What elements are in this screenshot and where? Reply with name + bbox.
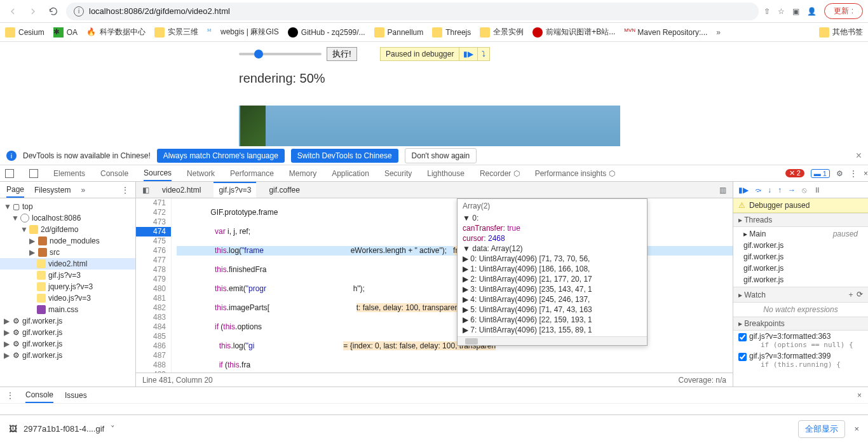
tab-security[interactable]: Security	[384, 169, 412, 178]
refresh-watch-icon[interactable]: ⟳	[857, 290, 863, 299]
bp-checkbox[interactable]	[738, 353, 747, 361]
close-devtools-icon[interactable]: ×	[864, 169, 868, 178]
tree-host[interactable]: ▼ localhost:8086	[0, 212, 135, 224]
bookmark-pannellum[interactable]: Pannellum	[374, 27, 424, 38]
value-popover[interactable]: Array(2) ▼ 0: canTransfer: true cursor: …	[457, 198, 648, 346]
line-gutter[interactable]: 471472473 474 47547647747847948048148248…	[136, 198, 172, 373]
drawer-more-icon[interactable]: ⋮	[6, 391, 14, 400]
update-button[interactable]: 更新 :	[824, 3, 863, 19]
switch-chinese-button[interactable]: Switch DevTools to Chinese	[291, 149, 398, 163]
tab-recorder[interactable]: Recorder ⬡	[480, 169, 520, 178]
tree-folder[interactable]: ▼ 2d/gifdemo	[0, 224, 135, 235]
tree-file-gif[interactable]: gif.js?v=3	[0, 270, 135, 281]
bp-checkbox[interactable]	[738, 333, 747, 341]
tree-worker[interactable]: ▶⚙ gif.worker.js	[0, 350, 135, 361]
thread-worker[interactable]: gif.worker.js	[733, 263, 868, 274]
file-tab-coffee[interactable]: gif.coffee	[269, 186, 299, 195]
back-button[interactable]	[5, 4, 20, 19]
file-tab-gif[interactable]: gif.js?v=3	[214, 182, 256, 198]
bookmark-github[interactable]: GitHub - zq2599/...	[288, 27, 365, 38]
tab-console[interactable]: Console	[100, 169, 128, 178]
bookmark-frontend[interactable]: 前端知识图谱+B站...	[532, 27, 615, 38]
add-watch-icon[interactable]: ＋	[847, 290, 855, 299]
info-badge[interactable]: ▬ 1	[811, 169, 830, 178]
file-nav-icon[interactable]: ◧	[142, 186, 149, 195]
bookmark-star-icon[interactable]: ☆	[778, 7, 785, 16]
tree-worker[interactable]: ▶⚙ gif.worker.js	[0, 315, 135, 327]
step-over-button[interactable]: ⤼	[755, 186, 761, 195]
drawer-console-tab[interactable]: Console	[25, 390, 53, 403]
thread-worker[interactable]: gif.worker.js	[733, 251, 868, 263]
bookmark-oa[interactable]: ✱OA	[53, 27, 78, 38]
breakpoint-item[interactable]: gif.js?v=3:formatted:363if (options == n…	[733, 331, 868, 350]
tab-memory[interactable]: Memory	[289, 169, 316, 178]
code-editor[interactable]: 471472473 474 47547647747847948048148248…	[136, 198, 733, 373]
show-all-downloads-button[interactable]: 全部显示	[798, 420, 845, 438]
bookmarks-overflow-icon[interactable]: »	[716, 28, 721, 37]
drawer-issues-tab[interactable]: Issues	[65, 391, 87, 400]
filesystem-tab[interactable]: Filesystem	[34, 186, 71, 195]
bookmark-cesium[interactable]: Cesium	[5, 27, 44, 38]
site-info-icon[interactable]: i	[74, 6, 84, 17]
step-into-button[interactable]: ↓	[768, 186, 771, 195]
tab-perf-insights[interactable]: Performance insights ⬡	[535, 169, 615, 178]
extensions-icon[interactable]: ▣	[792, 7, 799, 16]
thread-worker[interactable]: gif.worker.js	[733, 240, 868, 251]
address-bar[interactable]: i localhost:8086/2d/gifdemo/video2.html	[66, 3, 759, 20]
step-button[interactable]: →	[788, 186, 796, 195]
bookmark-webgis[interactable]: ᴹwebgis | 麻辣GIS	[207, 27, 279, 38]
device-icon[interactable]	[29, 169, 38, 178]
always-match-button[interactable]: Always match Chrome's language	[157, 149, 285, 163]
bookmark-panorama[interactable]: 全景实例	[480, 27, 524, 38]
bookmark-threejs[interactable]: Threejs	[432, 27, 471, 38]
tab-performance[interactable]: Performance	[230, 169, 274, 178]
execute-button[interactable]: 执行!	[327, 47, 357, 61]
download-filename[interactable]: 2977a1b1-f081-4....gif	[24, 424, 104, 434]
tree-file-video2[interactable]: video2.html	[0, 258, 135, 270]
tree-src[interactable]: ▶ src	[0, 247, 135, 258]
resume-icon[interactable]: ▮▶	[459, 48, 477, 60]
tree-worker[interactable]: ▶⚙ gif.worker.js	[0, 327, 135, 338]
thread-worker[interactable]: gif.worker.js	[733, 274, 868, 285]
bookmark-3d[interactable]: 实景三维	[154, 27, 198, 38]
step-out-button[interactable]: ↑	[778, 186, 782, 195]
editor-more-icon[interactable]: ▥	[719, 186, 726, 195]
tab-elements[interactable]: Elements	[53, 169, 85, 178]
resume-button[interactable]: ▮▶	[738, 186, 749, 195]
tree-file-video[interactable]: video.js?v=3	[0, 292, 135, 304]
threads-header[interactable]: ▸ Threads	[733, 213, 868, 227]
dont-show-button[interactable]: Don't show again	[405, 148, 477, 163]
tree-file-jquery[interactable]: jquery.js?v=3	[0, 281, 135, 292]
thread-main[interactable]: ▸ Mainpaused	[733, 228, 868, 240]
share-icon[interactable]: ⇧	[764, 7, 770, 16]
error-badge[interactable]: ✕ 2	[785, 169, 804, 177]
code-content[interactable]: GIF.prototype.frame var i, j, ref; this.…	[172, 198, 733, 373]
breakpoint-item[interactable]: gif.js?v=3:formatted:399if (this.running…	[733, 350, 868, 370]
pause-exceptions-button[interactable]: ⏸	[813, 186, 821, 195]
tab-lighthouse[interactable]: Lighthouse	[427, 169, 465, 178]
page-tab[interactable]: Page	[6, 185, 24, 198]
tree-file-css[interactable]: main.css	[0, 304, 135, 315]
progress-slider[interactable]	[239, 53, 322, 55]
settings-icon[interactable]: ⚙	[836, 169, 843, 178]
bookmark-maven[interactable]: MVNMaven Repository:...	[624, 27, 707, 38]
bookmark-other[interactable]: 其他书签	[819, 27, 863, 38]
navigator-more-icon[interactable]: ⋮	[121, 186, 129, 195]
more-icon[interactable]: ⋮	[850, 169, 857, 178]
step-icon[interactable]: ⤵	[477, 48, 489, 60]
inspect-icon[interactable]	[5, 169, 14, 178]
close-download-bar-icon[interactable]: ×	[854, 424, 859, 434]
tree-worker[interactable]: ▶⚙ gif.worker.js	[0, 338, 135, 350]
forward-button[interactable]	[25, 4, 41, 19]
tree-node-modules[interactable]: ▶ node_modules	[0, 235, 135, 247]
tab-sources[interactable]: Sources	[144, 168, 172, 181]
tree-top[interactable]: ▼▢ top	[0, 201, 135, 212]
watch-header[interactable]: ▸ Watch＋ ⟳	[733, 287, 868, 303]
breakpoints-header[interactable]: ▸ Breakpoints	[733, 317, 868, 331]
reload-button[interactable]	[46, 4, 61, 19]
bookmark-science[interactable]: 🔥科学数据中心	[86, 27, 146, 38]
file-tab-video2[interactable]: video2.html	[162, 186, 201, 195]
download-chevron-icon[interactable]: ˅	[111, 424, 115, 434]
deactivate-bp-button[interactable]: ⦸	[802, 186, 807, 195]
popover-scrollbar[interactable]	[458, 336, 647, 345]
